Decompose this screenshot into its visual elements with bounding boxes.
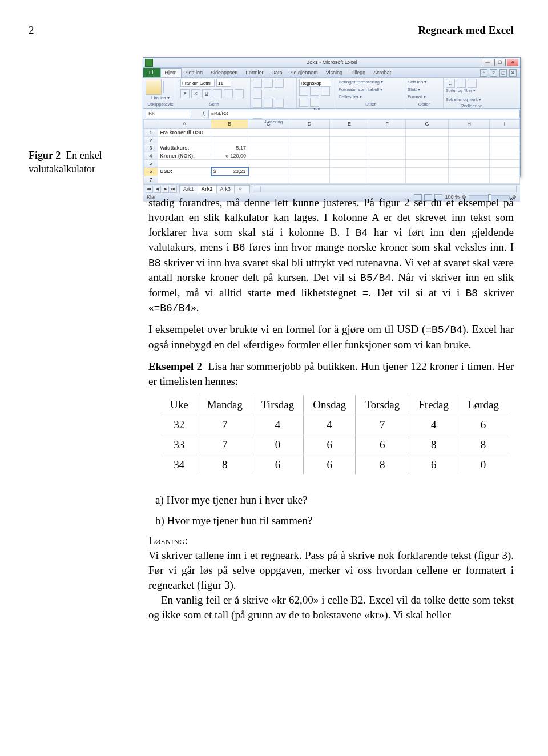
cell[interactable]: Fra kroner til USD [158, 129, 211, 137]
format-table-button[interactable]: Formater som tabell ▾ [339, 86, 402, 93]
row-header[interactable]: 3 [144, 144, 158, 152]
fill-icon[interactable] [457, 79, 466, 88]
minimize-button[interactable]: — [482, 59, 493, 66]
col-header-e[interactable]: E [330, 120, 369, 129]
col-header-a[interactable]: A [158, 120, 211, 129]
row-header[interactable]: 5 [144, 160, 158, 168]
italic-icon[interactable]: K [191, 89, 200, 98]
col-header-f[interactable]: F [369, 120, 405, 129]
bold-icon[interactable]: F [180, 89, 190, 98]
font-grow-icon[interactable] [224, 89, 233, 98]
font-name-input[interactable] [180, 79, 215, 87]
cell[interactable] [211, 176, 248, 184]
row-header[interactable]: 2 [144, 136, 158, 144]
col-header-d[interactable]: D [289, 120, 330, 129]
align-left-icon[interactable] [253, 99, 262, 108]
tab-acrobat[interactable]: Acrobat [369, 69, 395, 77]
horizontal-scrollbar[interactable] [253, 186, 517, 192]
sheet-nav-next-icon[interactable]: ▶ [162, 186, 169, 193]
number-format-select[interactable] [299, 79, 331, 87]
align-right-icon[interactable] [275, 99, 284, 108]
currency-icon[interactable] [299, 87, 308, 96]
delete-cells-button[interactable]: Slett ▾ [408, 86, 441, 93]
question-a: a) Hvor mye tjener hun i hver uke? [155, 493, 514, 508]
solution-p1: Vi skriver tallene inn i et regneark. Pa… [148, 548, 514, 592]
dec-inc-icon[interactable] [299, 98, 308, 107]
align-bot-icon[interactable] [275, 79, 284, 88]
cell[interactable]: Kroner (NOK): [158, 152, 211, 160]
wrap-icon[interactable] [253, 90, 262, 99]
maximize-button[interactable]: ▢ [494, 59, 506, 66]
tab-formulas[interactable]: Formler [242, 69, 268, 77]
border-icon[interactable] [213, 89, 222, 98]
file-tab[interactable]: Fil [143, 68, 160, 77]
editing-group-label: Redigering [446, 103, 497, 109]
paste-icon[interactable] [146, 79, 162, 95]
clear-icon[interactable] [468, 79, 477, 88]
row-header[interactable]: 6 [144, 167, 158, 176]
window-title: Bok1 - Microsoft Excel [143, 59, 520, 66]
cell[interactable] [158, 160, 211, 168]
cond-format-button[interactable]: Betinget formatering ▾ [339, 79, 402, 85]
window-restore-icon[interactable]: ▢ [499, 69, 507, 77]
sheet-tab-ark1[interactable]: Ark1 [179, 185, 198, 193]
tab-home[interactable]: Hjem [160, 68, 182, 77]
sort-filter-button[interactable]: Sorter og filtrer ▾ [446, 88, 476, 94]
sheet-nav-last-icon[interactable]: ⏭ [170, 186, 177, 193]
help-icon[interactable]: ? [490, 69, 497, 77]
insert-cells-button[interactable]: Sett inn ▾ [408, 79, 441, 85]
tab-insert[interactable]: Sett inn [182, 69, 207, 77]
cell[interactable]: 5,17 [211, 144, 248, 152]
minimize-ribbon-icon[interactable]: ^ [480, 69, 487, 77]
tab-review[interactable]: Se gjennom [287, 69, 322, 77]
tab-data[interactable]: Data [268, 69, 287, 77]
find-select-button[interactable]: Søk etter og merk ▾ [446, 97, 481, 103]
row-header[interactable]: 1 [144, 129, 158, 137]
sheet-tab-ark2[interactable]: Ark2 [198, 185, 217, 193]
cell[interactable] [158, 176, 211, 184]
underline-icon[interactable]: U [202, 89, 211, 98]
cell-styles-button[interactable]: Cellestiler ▾ [339, 94, 402, 100]
fx-icon[interactable]: fx [203, 110, 206, 119]
cell[interactable]: kr 120,00 [211, 152, 248, 160]
cell[interactable]: USD: [158, 167, 211, 176]
cell[interactable] [211, 160, 248, 168]
dec-dec-icon[interactable] [310, 98, 319, 107]
cell[interactable] [211, 136, 248, 144]
cell[interactable] [211, 129, 248, 137]
tab-view[interactable]: Visning [322, 69, 346, 77]
autosum-icon[interactable]: Σ [446, 79, 455, 88]
tab-addins[interactable]: Tillegg [346, 69, 369, 77]
window-close-icon[interactable]: ✕ [509, 69, 517, 77]
format-cells-button[interactable]: Format ▾ [408, 94, 441, 100]
row-header[interactable]: 7 [144, 176, 158, 184]
select-all-button[interactable] [144, 120, 158, 129]
name-box[interactable]: B6 [146, 110, 191, 118]
align-top-icon[interactable] [253, 79, 262, 88]
new-sheet-button[interactable]: ✧ [234, 185, 250, 193]
align-mid-icon[interactable] [264, 79, 273, 88]
sheet-tab-ark3[interactable]: Ark3 [216, 185, 235, 193]
cell[interactable] [158, 136, 211, 144]
worksheet-grid[interactable]: A B C D E F G H I 1Fra kroner til USD 2 … [143, 119, 520, 184]
col-header-b[interactable]: B [211, 120, 248, 129]
sheet-nav-prev-icon[interactable]: ◀ [154, 186, 161, 193]
close-button[interactable]: ✕ [507, 59, 518, 66]
cut-icon[interactable] [163, 81, 164, 87]
col-header-i[interactable]: I [490, 120, 520, 129]
paste-label: Lim inn ▾ [146, 95, 175, 101]
cell[interactable]: Valuttakurs: [158, 144, 211, 152]
col-header-h[interactable]: H [449, 120, 490, 129]
formula-bar[interactable]: =B4/B3 [208, 110, 520, 118]
copy-icon[interactable] [163, 87, 164, 93]
align-center-icon[interactable] [264, 99, 273, 108]
row-header[interactable]: 4 [144, 152, 158, 160]
col-header-g[interactable]: G [405, 120, 449, 129]
comma-icon[interactable] [321, 87, 330, 96]
selected-cell[interactable]: $23,21 [211, 167, 248, 176]
font-shrink-icon[interactable] [235, 89, 244, 98]
tab-layout[interactable]: Sideoppsett [207, 69, 242, 77]
sheet-nav-first-icon[interactable]: ⏮ [146, 186, 153, 193]
font-size-input[interactable] [216, 79, 231, 87]
percent-icon[interactable] [310, 87, 319, 96]
